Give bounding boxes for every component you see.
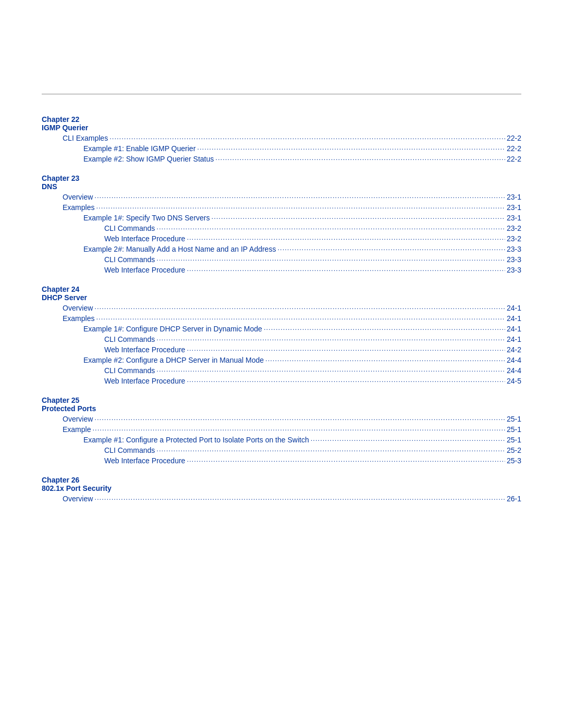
page-num: 26-1	[507, 495, 521, 503]
toc-entry-24-2: Examples 24-1	[42, 314, 521, 323]
chapter-24-label: Chapter 24	[42, 285, 521, 293]
chapter-25-heading: Chapter 25 Protected Ports	[42, 396, 521, 413]
toc-entry-23-6: Example 2#: Manually Add a Host Name and…	[42, 245, 521, 254]
page-num: 24-1	[507, 314, 521, 323]
dots	[277, 244, 505, 252]
chapter-24-heading: Chapter 24 DHCP Server	[42, 285, 521, 302]
entry-text: Example #2: Show IGMP Querier Status	[83, 155, 214, 163]
page-num: 23-2	[507, 224, 521, 232]
chapter-23-title: DNS	[42, 182, 521, 191]
dots	[156, 445, 505, 453]
chapter-22-heading: Chapter 22 IGMP Querier	[42, 115, 521, 132]
page-num: 25-1	[507, 436, 521, 444]
toc-entry-25-4: CLI Commands 25-2	[42, 446, 521, 455]
toc-entry-23-4: CLI Commands 23-2	[42, 224, 521, 233]
toc-entry-22-2: Example #1: Enable IGMP Querier 22-2	[42, 144, 521, 153]
chapter-26-heading: Chapter 26 802.1x Port Security	[42, 476, 521, 492]
entry-text: Web Interface Procedure	[104, 235, 185, 243]
page-num: 25-2	[507, 446, 521, 454]
dots	[187, 455, 505, 464]
entry-text: Overview	[63, 495, 93, 503]
page-num: 23-1	[507, 203, 521, 212]
page: Chapter 22 IGMP Querier CLI Examples 22-…	[0, 94, 563, 728]
page-num: 25-3	[507, 456, 521, 465]
dots	[156, 254, 505, 263]
dots	[212, 213, 505, 221]
page-num: 24-1	[507, 335, 521, 343]
entry-text: CLI Commands	[104, 446, 155, 454]
toc-entry-24-8: Web Interface Procedure 24-5	[42, 377, 521, 386]
dots	[156, 365, 505, 374]
toc-entry-25-1: Overview 25-1	[42, 415, 521, 424]
entry-text: Example #1: Configure a Protected Port t…	[83, 436, 309, 444]
chapter-26-label: Chapter 26	[42, 476, 521, 484]
toc-entry-25-5: Web Interface Procedure 25-3	[42, 456, 521, 465]
page-num: 22-2	[507, 134, 521, 142]
chapter-22-title: IGMP Querier	[42, 124, 521, 132]
page-num: 24-1	[507, 304, 521, 312]
page-num: 23-3	[507, 245, 521, 253]
dots	[311, 435, 505, 443]
entry-text: Example #1: Enable IGMP Querier	[83, 144, 195, 153]
dots	[156, 334, 505, 342]
chapter-23-label: Chapter 23	[42, 174, 521, 182]
entry-text: CLI Commands	[104, 366, 155, 375]
page-num: 24-5	[507, 377, 521, 385]
dots	[109, 133, 505, 141]
dots	[94, 493, 505, 502]
toc-entry-25-3: Example #1: Configure a Protected Port t…	[42, 436, 521, 445]
dots	[187, 265, 505, 273]
toc-entry-23-1: Overview 23-1	[42, 193, 521, 202]
entry-text: Overview	[63, 415, 93, 423]
page-num: 24-4	[507, 366, 521, 375]
entry-text: Web Interface Procedure	[104, 456, 185, 465]
page-num: 22-2	[507, 155, 521, 163]
dots	[92, 424, 505, 433]
chapter-25-label: Chapter 25	[42, 396, 521, 404]
page-num: 23-1	[507, 214, 521, 222]
dots	[187, 344, 505, 353]
page-num: 23-1	[507, 193, 521, 201]
entry-text: Overview	[63, 193, 93, 201]
toc-entry-23-2: Examples 23-1	[42, 203, 521, 212]
dots	[96, 202, 505, 211]
chapter-26-title: 802.1x Port Security	[42, 484, 521, 492]
toc-content: Chapter 22 IGMP Querier CLI Examples 22-…	[0, 94, 563, 547]
toc-entry-23-5: Web Interface Procedure 23-2	[42, 235, 521, 243]
toc-entry-24-6: Example #2: Configure a DHCP Server in M…	[42, 356, 521, 365]
entry-text: CLI Commands	[104, 255, 155, 264]
page-num: 23-3	[507, 255, 521, 264]
entry-text: Web Interface Procedure	[104, 346, 185, 354]
page-num: 24-4	[507, 356, 521, 364]
toc-entry-24-3: Example 1#: Configure DHCP Server in Dyn…	[42, 325, 521, 334]
entry-text: Examples	[63, 314, 94, 323]
page-num: 25-1	[507, 425, 521, 434]
dots	[265, 355, 505, 363]
toc-entry-24-1: Overview 24-1	[42, 304, 521, 313]
chapter-25-title: Protected Ports	[42, 404, 521, 413]
dots	[215, 154, 505, 162]
page-num: 25-1	[507, 415, 521, 423]
entry-text: Example 1#: Specify Two DNS Servers	[83, 214, 210, 222]
toc-entry-23-3: Example 1#: Specify Two DNS Servers 23-1	[42, 214, 521, 223]
toc-entry-26-1: Overview 26-1	[42, 495, 521, 503]
page-num: 22-2	[507, 144, 521, 153]
dots	[264, 324, 505, 332]
toc-entry-22-1: CLI Examples 22-2	[42, 134, 521, 143]
dots	[187, 233, 505, 242]
entry-text: Example 2#: Manually Add a Host Name and…	[83, 245, 276, 253]
toc-entry-24-4: CLI Commands 24-1	[42, 335, 521, 344]
entry-text: Example 1#: Configure DHCP Server in Dyn…	[83, 325, 262, 333]
dots	[187, 376, 505, 384]
entry-text: Overview	[63, 304, 93, 312]
toc-entry-22-3: Example #2: Show IGMP Querier Status 22-…	[42, 155, 521, 164]
dots	[94, 303, 505, 311]
entry-text: Web Interface Procedure	[104, 377, 185, 385]
dots	[156, 223, 505, 231]
toc-entry-24-7: CLI Commands 24-4	[42, 366, 521, 375]
dots	[96, 313, 505, 322]
entry-text: Examples	[63, 203, 94, 212]
chapter-23-heading: Chapter 23 DNS	[42, 174, 521, 191]
page-num: 24-1	[507, 325, 521, 333]
page-num: 24-2	[507, 346, 521, 354]
